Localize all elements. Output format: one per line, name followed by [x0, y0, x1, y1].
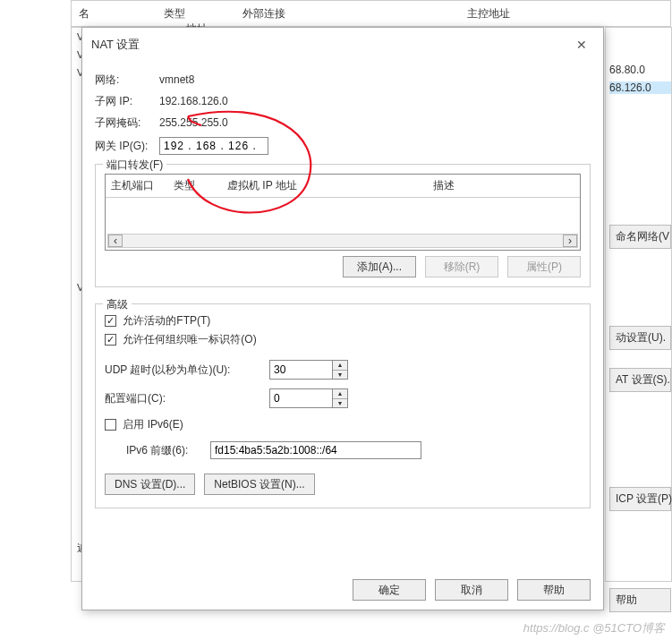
scroll-left-button[interactable]: ‹ — [108, 235, 123, 247]
bg-help-button[interactable]: 帮助 — [609, 588, 671, 612]
port-forward-fieldset: 端口转发(F) 主机端口 类型 虚拟机 IP 地址 描述 ‹ › 添加(A)..… — [95, 164, 591, 287]
close-icon: ✕ — [576, 38, 587, 52]
dialog-button-row: 确定 取消 帮助 — [82, 570, 603, 610]
properties-button[interactable]: 属性(P) — [507, 256, 581, 277]
help-button[interactable]: 帮助 — [517, 579, 591, 601]
col-desc[interactable]: 描述 — [428, 175, 580, 197]
udp-timeout-input[interactable] — [269, 360, 332, 380]
horizontal-scrollbar[interactable]: ‹ › — [107, 234, 578, 248]
subnet-mask-label: 子网掩码: — [95, 114, 159, 132]
parent-col-type: 类型 — [164, 6, 185, 21]
gateway-label: 网关 IP(G): — [95, 137, 159, 155]
remove-button[interactable]: 移除(R) — [425, 256, 498, 277]
enable-ipv6-label: 启用 IPv6(E) — [123, 418, 183, 431]
network-label: 网络: — [95, 71, 159, 89]
close-button[interactable]: ✕ — [569, 35, 594, 55]
watermark: https://blog.c @51CTO博客 — [523, 620, 665, 636]
ok-button[interactable]: 确定 — [353, 579, 426, 601]
bg-auto-button[interactable]: 动设置(U). — [609, 326, 671, 350]
subnet-mask-value: 255.255.255.0 — [159, 114, 228, 132]
config-port-spinner[interactable]: ▲ ▼ — [269, 388, 348, 408]
parent-right-strip: 68.80.0 68.126.0 命名网络(V 动设置(U). AT 设置(S)… — [605, 27, 672, 582]
udp-down-button[interactable]: ▼ — [333, 371, 347, 380]
chevron-right-icon: › — [568, 235, 572, 247]
config-port-label: 配置端口(C): — [105, 391, 262, 406]
ipv6-prefix-label: IPv6 前缀(6): — [126, 443, 203, 458]
netbios-settings-button[interactable]: NetBIOS 设置(N)... — [204, 474, 314, 495]
bg-nat-button[interactable]: AT 设置(S). — [609, 368, 671, 392]
port-forward-legend: 端口转发(F) — [103, 158, 166, 173]
col-vm-ip[interactable]: 虚拟机 IP 地址 — [222, 175, 428, 197]
parent-col-host: 主控地址 — [467, 6, 510, 21]
config-port-up-button[interactable]: ▲ — [333, 389, 347, 399]
udp-up-button[interactable]: ▲ — [333, 361, 347, 371]
dialog-title: NAT 设置 — [91, 37, 140, 53]
udp-timeout-spinner[interactable]: ▲ ▼ — [269, 360, 348, 380]
ipv6-prefix-input[interactable] — [210, 441, 421, 459]
port-forward-table[interactable]: 主机端口 类型 虚拟机 IP 地址 描述 ‹ › — [105, 174, 581, 251]
config-port-input[interactable] — [269, 388, 332, 408]
chevron-left-icon: ‹ — [114, 235, 117, 247]
allow-oui-label: 允许任何组织唯一标识符(O) — [123, 333, 256, 346]
cancel-button[interactable]: 取消 — [435, 579, 508, 601]
scroll-right-button[interactable]: › — [563, 235, 577, 247]
bg-dhcp-button[interactable]: ICP 设置(P). — [609, 487, 671, 511]
allow-ftp-checkbox[interactable] — [105, 315, 116, 327]
dns-settings-button[interactable]: DNS 设置(D)... — [105, 474, 195, 495]
subnet-ip-label: 子网 IP: — [95, 92, 159, 110]
titlebar: NAT 设置 ✕ — [82, 28, 603, 62]
col-type[interactable]: 类型 — [168, 175, 222, 197]
allow-oui-checkbox[interactable] — [105, 334, 116, 346]
parent-col-name: 名 — [79, 6, 89, 21]
parent-header: 名 类型 外部连接 主控地址 地址 — [71, 0, 671, 27]
config-port-down-button[interactable]: ▼ — [333, 399, 347, 408]
bg-ip1: 68.80.0 — [609, 64, 671, 76]
bg-ip2: 68.126.0 — [609, 81, 671, 94]
table-header: 主机端口 类型 虚拟机 IP 地址 描述 — [106, 175, 580, 198]
col-host-port[interactable]: 主机端口 — [106, 175, 168, 197]
bg-named-button[interactable]: 命名网络(V — [609, 225, 671, 249]
network-value: vmnet8 — [159, 71, 194, 89]
enable-ipv6-checkbox[interactable] — [105, 419, 116, 431]
add-button[interactable]: 添加(A)... — [343, 256, 416, 277]
nat-settings-dialog: NAT 设置 ✕ 网络: vmnet8 子网 IP: 192.168.126.0… — [81, 27, 604, 610]
advanced-fieldset: 高级 允许活动的FTP(T) 允许任何组织唯一标识符(O) UDP 超时(以秒为… — [95, 303, 591, 508]
advanced-legend: 高级 — [103, 297, 132, 312]
gateway-ip-input[interactable] — [159, 137, 268, 155]
parent-col-ext: 外部连接 — [242, 6, 285, 21]
subnet-ip-value: 192.168.126.0 — [159, 92, 228, 110]
allow-ftp-label: 允许活动的FTP(T) — [123, 314, 210, 327]
udp-timeout-label: UDP 超时(以秒为单位)(U): — [105, 363, 262, 378]
